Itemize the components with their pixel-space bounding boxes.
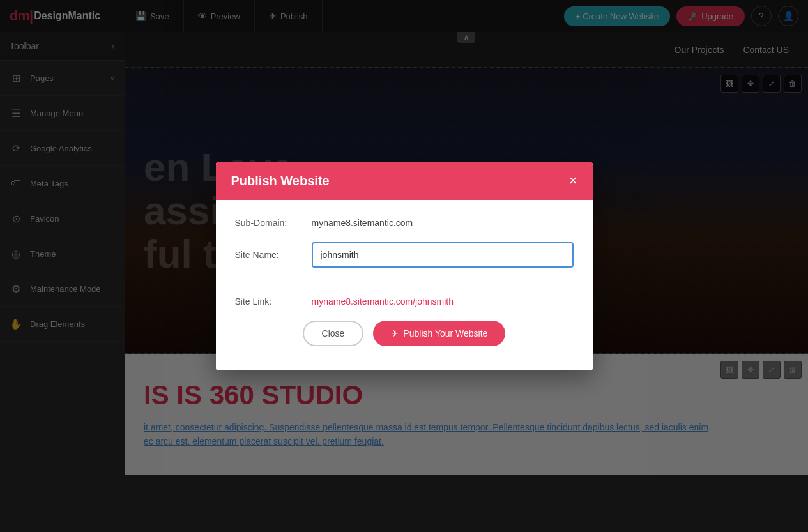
sitename-label: Site Name: — [235, 250, 305, 260]
sitename-input[interactable] — [312, 242, 574, 268]
publish-send-icon: ✈ — [391, 328, 399, 338]
modal-footer: Close ✈ Publish Your Website — [235, 321, 574, 353]
sitename-row: Site Name: — [235, 242, 574, 268]
modal-divider — [235, 282, 574, 282]
publish-btn-label: Publish Your Website — [403, 328, 487, 338]
modal-header: Publish Website × — [216, 162, 593, 200]
sitelink-row: Site Link: myname8.sitemantic.com/johnsm… — [235, 296, 574, 307]
publish-modal: Publish Website × Sub-Domain: myname8.si… — [216, 162, 593, 370]
close-modal-button[interactable]: Close — [303, 321, 364, 346]
sitelink-label: Site Link: — [235, 296, 305, 307]
subdomain-label: Sub-Domain: — [235, 218, 305, 228]
publish-website-button[interactable]: ✈ Publish Your Website — [373, 321, 505, 346]
subdomain-row: Sub-Domain: myname8.sitemantic.com — [235, 218, 574, 228]
subdomain-value: myname8.sitemantic.com — [312, 218, 413, 228]
modal-body: Sub-Domain: myname8.sitemantic.com Site … — [216, 200, 593, 370]
modal-overlay[interactable]: Publish Website × Sub-Domain: myname8.si… — [0, 0, 808, 532]
modal-close-button[interactable]: × — [569, 174, 577, 188]
sitelink-value[interactable]: myname8.sitemantic.com/johnsmith — [312, 296, 454, 307]
modal-title: Publish Website — [231, 174, 330, 188]
